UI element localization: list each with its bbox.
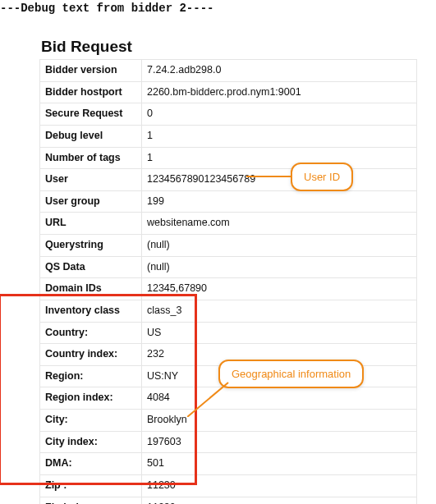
- row-value: 11230: [142, 497, 417, 504]
- row-value: Brooklyn: [142, 410, 417, 432]
- table-row: Debug level1: [40, 125, 417, 147]
- row-value: 11230: [142, 474, 417, 497]
- row-key: City:: [40, 410, 142, 432]
- row-key: User: [40, 169, 142, 191]
- row-key: Zip :: [40, 474, 142, 497]
- table-row: City index:197603: [40, 431, 417, 453]
- row-key: Bidder hostport: [40, 81, 142, 103]
- row-key: Zip index:: [40, 497, 142, 504]
- row-key: Bidder version: [40, 60, 142, 82]
- row-key: URL: [40, 213, 142, 235]
- row-key: City index:: [40, 431, 142, 453]
- row-value: 199: [142, 190, 417, 213]
- row-key: Secure Request: [40, 103, 142, 126]
- table-row: Country:US: [40, 322, 417, 344]
- table-row: User1234567890123456789: [40, 169, 417, 191]
- row-value: (null): [142, 235, 417, 257]
- row-value: 1: [142, 125, 417, 147]
- callout-user-id: User ID: [291, 163, 353, 191]
- row-value: US: [142, 322, 417, 344]
- row-key: Country index:: [40, 344, 142, 366]
- callout-geo-label: Geographical information: [232, 368, 351, 380]
- row-value: 2260.bm-bidderc.prod.nym1:9001: [142, 81, 417, 103]
- row-key: QS Data: [40, 256, 142, 278]
- row-key: Country:: [40, 322, 142, 344]
- page-title: Bid Request: [41, 38, 436, 56]
- row-value: websitename.com: [142, 213, 417, 235]
- table-row: Querystring(null): [40, 235, 417, 257]
- debug-header: ---Debug text from bidder 2----: [0, 0, 436, 15]
- table-row: Zip index:11230: [40, 497, 417, 504]
- row-key: Debug level: [40, 125, 142, 147]
- table-row: Domain IDs12345,67890: [40, 278, 417, 300]
- table-row: Number of tags1: [40, 147, 417, 169]
- table-row: Bidder version7.24.2.adb298.0: [40, 60, 417, 82]
- table-row: Region index:4084: [40, 387, 417, 410]
- row-key: Inventory class: [40, 300, 142, 322]
- row-value: 1: [142, 147, 417, 169]
- row-value: (null): [142, 256, 417, 278]
- row-key: Region:: [40, 365, 142, 387]
- table-row: Bidder hostport2260.bm-bidderc.prod.nym1…: [40, 81, 417, 103]
- bid-request-table: Bidder version7.24.2.adb298.0Bidder host…: [39, 59, 417, 504]
- row-value: 4084: [142, 387, 417, 410]
- row-value: 7.24.2.adb298.0: [142, 60, 417, 82]
- row-value: 12345,67890: [142, 278, 417, 300]
- row-value: 501: [142, 453, 417, 475]
- row-value: 197603: [142, 431, 417, 453]
- row-key: Number of tags: [40, 147, 142, 169]
- row-key: Region index:: [40, 387, 142, 410]
- table-row: User group199: [40, 190, 417, 213]
- table-row: Zip :11230: [40, 474, 417, 497]
- table-row: Inventory classclass_3: [40, 300, 417, 322]
- row-key: Querystring: [40, 235, 142, 257]
- row-key: DMA:: [40, 453, 142, 475]
- row-value: class_3: [142, 300, 417, 322]
- table-row: DMA:501: [40, 453, 417, 475]
- row-value: 0: [142, 103, 417, 126]
- table-row: Secure Request0: [40, 103, 417, 126]
- callout-geo: Geographical information: [218, 360, 364, 388]
- content-area: Bid Request Bidder version7.24.2.adb298.…: [0, 15, 436, 504]
- table-row: QS Data(null): [40, 256, 417, 278]
- table-row: URLwebsitename.com: [40, 213, 417, 235]
- table-row: City:Brooklyn: [40, 410, 417, 432]
- callout-user-id-label: User ID: [304, 171, 340, 183]
- row-key: User group: [40, 190, 142, 213]
- row-key: Domain IDs: [40, 278, 142, 300]
- row-value: 1234567890123456789: [142, 169, 417, 191]
